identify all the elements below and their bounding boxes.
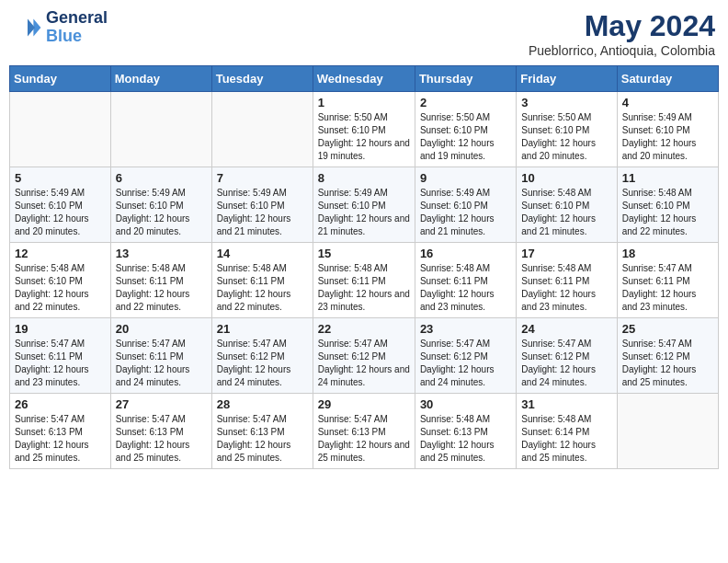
calendar-header-tuesday: Tuesday xyxy=(211,66,313,92)
day-number: 19 xyxy=(15,322,106,336)
day-info: Sunrise: 5:49 AM Sunset: 6:10 PM Dayligh… xyxy=(318,187,410,238)
day-info: Sunrise: 5:47 AM Sunset: 6:13 PM Dayligh… xyxy=(318,413,410,465)
day-info: Sunrise: 5:48 AM Sunset: 6:11 PM Dayligh… xyxy=(521,262,611,314)
calendar-cell: 18Sunrise: 5:47 AM Sunset: 6:11 PM Dayli… xyxy=(617,243,718,318)
day-info: Sunrise: 5:47 AM Sunset: 6:12 PM Dayligh… xyxy=(217,338,308,389)
calendar-week-row: 26Sunrise: 5:47 AM Sunset: 6:13 PM Dayli… xyxy=(10,394,719,469)
calendar-week-row: 19Sunrise: 5:47 AM Sunset: 6:11 PM Dayli… xyxy=(10,318,719,394)
day-number: 18 xyxy=(622,247,713,260)
day-info: Sunrise: 5:47 AM Sunset: 6:13 PM Dayligh… xyxy=(217,413,308,465)
calendar-cell: 10Sunrise: 5:48 AM Sunset: 6:10 PM Dayli… xyxy=(517,167,617,243)
calendar-cell: 21Sunrise: 5:47 AM Sunset: 6:12 PM Dayli… xyxy=(211,318,313,394)
day-number: 6 xyxy=(116,171,207,185)
calendar-week-row: 5Sunrise: 5:49 AM Sunset: 6:10 PM Daylig… xyxy=(10,167,719,243)
day-number: 9 xyxy=(420,171,511,185)
day-number: 15 xyxy=(318,247,410,260)
day-info: Sunrise: 5:49 AM Sunset: 6:10 PM Dayligh… xyxy=(15,187,106,238)
day-info: Sunrise: 5:48 AM Sunset: 6:10 PM Dayligh… xyxy=(15,262,106,314)
calendar-cell: 22Sunrise: 5:47 AM Sunset: 6:12 PM Dayli… xyxy=(313,318,415,394)
calendar-cell: 27Sunrise: 5:47 AM Sunset: 6:13 PM Dayli… xyxy=(110,394,211,469)
calendar-cell: 8Sunrise: 5:49 AM Sunset: 6:10 PM Daylig… xyxy=(313,167,415,243)
calendar-cell: 14Sunrise: 5:48 AM Sunset: 6:11 PM Dayli… xyxy=(211,243,313,318)
calendar-cell: 11Sunrise: 5:48 AM Sunset: 6:10 PM Dayli… xyxy=(617,167,718,243)
day-info: Sunrise: 5:47 AM Sunset: 6:12 PM Dayligh… xyxy=(420,338,511,389)
day-number: 26 xyxy=(15,397,106,411)
calendar-cell: 6Sunrise: 5:49 AM Sunset: 6:10 PM Daylig… xyxy=(110,167,211,243)
day-info: Sunrise: 5:47 AM Sunset: 6:13 PM Dayligh… xyxy=(15,413,106,465)
calendar-header-wednesday: Wednesday xyxy=(313,66,415,92)
day-info: Sunrise: 5:49 AM Sunset: 6:10 PM Dayligh… xyxy=(116,187,207,238)
day-number: 27 xyxy=(116,397,207,411)
day-number: 23 xyxy=(420,322,511,336)
day-number: 30 xyxy=(420,397,511,411)
day-info: Sunrise: 5:47 AM Sunset: 6:12 PM Dayligh… xyxy=(622,338,713,389)
month-year-title: May 2024 xyxy=(529,9,715,43)
calendar-cell: 17Sunrise: 5:48 AM Sunset: 6:11 PM Dayli… xyxy=(517,243,617,318)
calendar-cell: 19Sunrise: 5:47 AM Sunset: 6:11 PM Dayli… xyxy=(10,318,111,394)
day-info: Sunrise: 5:48 AM Sunset: 6:10 PM Dayligh… xyxy=(622,187,713,238)
day-info: Sunrise: 5:47 AM Sunset: 6:12 PM Dayligh… xyxy=(521,338,611,389)
calendar-cell: 1Sunrise: 5:50 AM Sunset: 6:10 PM Daylig… xyxy=(313,92,415,167)
day-info: Sunrise: 5:49 AM Sunset: 6:10 PM Dayligh… xyxy=(420,187,511,238)
calendar-cell: 23Sunrise: 5:47 AM Sunset: 6:12 PM Dayli… xyxy=(415,318,516,394)
calendar-cell: 31Sunrise: 5:48 AM Sunset: 6:14 PM Dayli… xyxy=(517,394,617,469)
calendar-header-saturday: Saturday xyxy=(617,66,718,92)
calendar-cell: 3Sunrise: 5:50 AM Sunset: 6:10 PM Daylig… xyxy=(517,92,617,167)
day-info: Sunrise: 5:47 AM Sunset: 6:13 PM Dayligh… xyxy=(116,413,207,465)
calendar-cell: 12Sunrise: 5:48 AM Sunset: 6:10 PM Dayli… xyxy=(10,243,111,318)
day-number: 29 xyxy=(318,397,410,411)
calendar-cell: 24Sunrise: 5:47 AM Sunset: 6:12 PM Dayli… xyxy=(517,318,617,394)
calendar-cell: 29Sunrise: 5:47 AM Sunset: 6:13 PM Dayli… xyxy=(313,394,415,469)
day-number: 16 xyxy=(420,247,511,260)
calendar-week-row: 12Sunrise: 5:48 AM Sunset: 6:10 PM Dayli… xyxy=(10,243,719,318)
day-info: Sunrise: 5:48 AM Sunset: 6:10 PM Dayligh… xyxy=(521,187,611,238)
day-info: Sunrise: 5:48 AM Sunset: 6:14 PM Dayligh… xyxy=(521,413,611,465)
calendar-cell: 25Sunrise: 5:47 AM Sunset: 6:12 PM Dayli… xyxy=(617,318,718,394)
day-info: Sunrise: 5:47 AM Sunset: 6:12 PM Dayligh… xyxy=(318,338,410,389)
day-number: 24 xyxy=(521,322,611,336)
day-info: Sunrise: 5:50 AM Sunset: 6:10 PM Dayligh… xyxy=(318,111,410,163)
day-info: Sunrise: 5:50 AM Sunset: 6:10 PM Dayligh… xyxy=(521,111,611,163)
location-text: Pueblorrico, Antioquia, Colombia xyxy=(529,43,715,58)
day-info: Sunrise: 5:48 AM Sunset: 6:11 PM Dayligh… xyxy=(217,262,308,314)
day-number: 20 xyxy=(116,322,207,336)
day-number: 14 xyxy=(217,247,308,260)
day-number: 7 xyxy=(217,171,308,185)
day-number: 25 xyxy=(622,322,713,336)
calendar-cell: 16Sunrise: 5:48 AM Sunset: 6:11 PM Dayli… xyxy=(415,243,516,318)
day-number: 10 xyxy=(521,171,611,185)
title-area: May 2024 Pueblorrico, Antioquia, Colombi… xyxy=(529,9,715,58)
calendar-cell: 13Sunrise: 5:48 AM Sunset: 6:11 PM Dayli… xyxy=(110,243,211,318)
calendar-cell: 5Sunrise: 5:49 AM Sunset: 6:10 PM Daylig… xyxy=(10,167,111,243)
day-number: 28 xyxy=(217,397,308,411)
calendar-cell: 15Sunrise: 5:48 AM Sunset: 6:11 PM Dayli… xyxy=(313,243,415,318)
day-info: Sunrise: 5:48 AM Sunset: 6:11 PM Dayligh… xyxy=(116,262,207,314)
page-header: GeneralBlue May 2024 Pueblorrico, Antioq… xyxy=(9,9,719,58)
day-number: 5 xyxy=(15,171,106,185)
calendar-cell xyxy=(211,92,313,167)
day-number: 13 xyxy=(116,247,207,260)
calendar-header-thursday: Thursday xyxy=(415,66,516,92)
day-number: 31 xyxy=(521,397,611,411)
calendar-cell: 26Sunrise: 5:47 AM Sunset: 6:13 PM Dayli… xyxy=(10,394,111,469)
day-info: Sunrise: 5:48 AM Sunset: 6:13 PM Dayligh… xyxy=(420,413,511,465)
calendar-cell: 30Sunrise: 5:48 AM Sunset: 6:13 PM Dayli… xyxy=(415,394,516,469)
logo: GeneralBlue xyxy=(13,9,108,46)
day-number: 1 xyxy=(318,96,410,109)
calendar-table: SundayMondayTuesdayWednesdayThursdayFrid… xyxy=(9,65,719,469)
calendar-cell: 2Sunrise: 5:50 AM Sunset: 6:10 PM Daylig… xyxy=(415,92,516,167)
day-info: Sunrise: 5:47 AM Sunset: 6:11 PM Dayligh… xyxy=(15,338,106,389)
calendar-cell: 20Sunrise: 5:47 AM Sunset: 6:11 PM Dayli… xyxy=(110,318,211,394)
logo-icon xyxy=(13,13,42,42)
day-number: 3 xyxy=(521,96,611,109)
logo-text-blue: Blue xyxy=(46,27,82,45)
day-number: 11 xyxy=(622,171,713,185)
day-info: Sunrise: 5:48 AM Sunset: 6:11 PM Dayligh… xyxy=(420,262,511,314)
day-number: 8 xyxy=(318,171,410,185)
calendar-cell xyxy=(10,92,111,167)
calendar-cell: 4Sunrise: 5:49 AM Sunset: 6:10 PM Daylig… xyxy=(617,92,718,167)
day-info: Sunrise: 5:48 AM Sunset: 6:11 PM Dayligh… xyxy=(318,262,410,314)
calendar-cell: 9Sunrise: 5:49 AM Sunset: 6:10 PM Daylig… xyxy=(415,167,516,243)
calendar-cell xyxy=(617,394,718,469)
day-number: 4 xyxy=(622,96,713,109)
